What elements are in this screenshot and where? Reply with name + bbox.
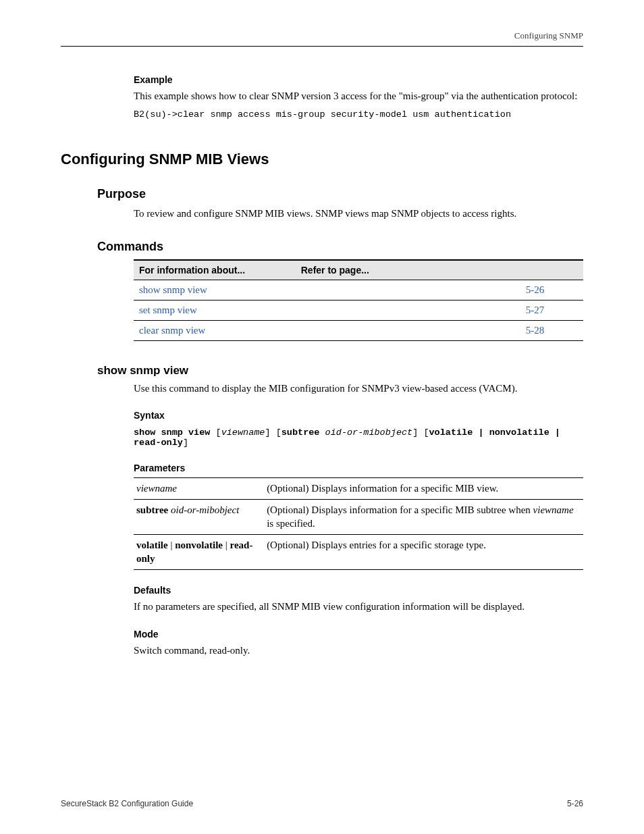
purpose-body: To review and configure SNMP MIB views. … [134, 207, 583, 220]
param-term: subtree oid-or-mibobject [134, 500, 264, 535]
parameters-table: viewname (Optional) Displays information… [134, 477, 583, 571]
header-rule [61, 46, 583, 47]
xref-page[interactable]: 5-26 [526, 284, 545, 295]
xref-link[interactable]: show snmp view [139, 284, 207, 295]
table-cell [296, 320, 520, 340]
table-row: subtree oid-or-mibobject (Optional) Disp… [134, 500, 583, 535]
heading-purpose: Purpose [97, 187, 583, 201]
heading-mode: Mode [134, 629, 583, 640]
heading-commands: Commands [97, 240, 583, 254]
example-body: This example shows how to clear SNMP ver… [134, 89, 583, 103]
param-desc: (Optional) Displays information for a sp… [264, 500, 583, 535]
table-cell [296, 300, 520, 320]
footer-title: SecureStack B2 Configuration Guide [61, 799, 193, 808]
mode-body: Switch command, read-only. [134, 644, 583, 657]
page-footer: SecureStack B2 Configuration Guide 5-26 [61, 799, 583, 808]
table-row: volatile | nonvolatile | read-only (Opti… [134, 535, 583, 570]
table-row: clear snmp view 5-28 [134, 320, 583, 340]
param-term-italic: viewname [136, 483, 177, 494]
commands-table-head-3 [520, 260, 583, 280]
param-term-bold: subtree [136, 504, 168, 515]
commands-table: For information about... Refer to page..… [134, 259, 583, 341]
param-term-sep: | [223, 540, 230, 550]
syntax-arg: oid-or-mibobject [325, 427, 413, 438]
running-header-right: Configuring SNMP [514, 30, 583, 41]
syntax-line: show snmp view [viewname] [subtree oid-o… [134, 427, 583, 448]
page-content: Example This example shows how to clear … [61, 61, 583, 661]
param-desc: (Optional) Displays entries for a specif… [264, 535, 583, 570]
syntax-keyword: show snmp view [134, 427, 210, 438]
syntax-keyword: subtree [281, 427, 320, 438]
table-row: set snmp view 5-27 [134, 300, 583, 320]
defaults-body: If no parameters are specified, all SNMP… [134, 600, 583, 613]
heading-defaults: Defaults [134, 585, 583, 596]
param-term-bold: volatile [136, 540, 168, 550]
param-desc-text: is specified. [267, 518, 315, 529]
xref-link[interactable]: set snmp view [139, 305, 197, 315]
xref-link[interactable]: clear snmp view [139, 325, 205, 336]
syntax-arg: viewname [221, 427, 265, 438]
param-desc-italic: viewname [533, 504, 574, 515]
xref-page[interactable]: 5-28 [526, 325, 545, 336]
param-term-bold: nonvolatile [175, 540, 223, 550]
example-cli: B2(su)->clear snmp access mis-group secu… [134, 109, 583, 120]
commands-table-head-2: Refer to page... [296, 260, 520, 280]
table-row: show snmp view 5-26 [134, 280, 583, 300]
heading-example: Example [134, 74, 583, 85]
param-term-sep: | [168, 540, 176, 550]
table-row: viewname (Optional) Displays information… [134, 477, 583, 500]
table-cell [296, 280, 520, 300]
commands-table-head-1: For information about... [134, 260, 296, 280]
section-title: Configuring SNMP MIB Views [61, 151, 583, 168]
heading-syntax: Syntax [134, 410, 583, 421]
heading-command-name: show snmp view [97, 364, 583, 377]
footer-page-number: 5-26 [567, 799, 583, 808]
param-term-italic: oid-or-mibobject [171, 504, 239, 515]
param-term: volatile | nonvolatile | read-only [134, 535, 264, 570]
command-description: Use this command to display the MIB conf… [134, 382, 583, 395]
param-desc-text: (Optional) Displays information for a sp… [267, 504, 533, 515]
param-desc: (Optional) Displays information for a sp… [264, 477, 583, 500]
xref-page[interactable]: 5-27 [526, 305, 545, 315]
heading-parameters: Parameters [134, 463, 583, 473]
param-term: viewname [134, 477, 264, 500]
